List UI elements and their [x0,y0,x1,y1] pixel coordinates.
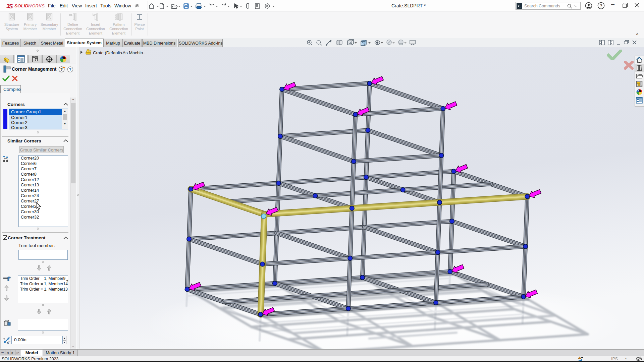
svg-text:!: ! [579,357,580,359]
svg-text:G: G [7,342,9,344]
svg-text:?: ? [60,67,63,72]
svg-text:S: S [9,3,13,10]
svg-text:WORKS: WORKS [28,3,45,8]
svg-text:?: ? [600,3,602,8]
svg-text:SOLID: SOLID [14,3,29,8]
svg-text:?: ? [69,67,71,72]
